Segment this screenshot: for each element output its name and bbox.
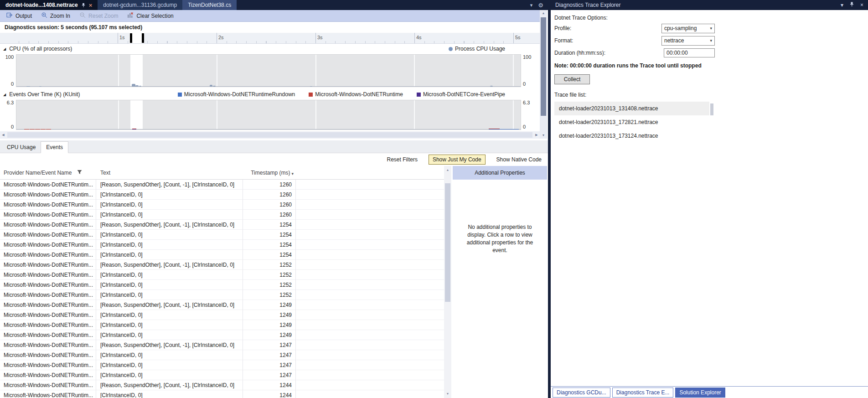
legend-label: Microsoft-Windows-DotNETRuntimeRundown <box>184 91 295 98</box>
table-row[interactable]: Microsoft-Windows-DotNETRuntim...[ClrIns… <box>0 370 444 380</box>
reset-filters-button[interactable]: Reset Filters <box>387 156 418 163</box>
panel-title-text: Diagnostics Trace Explorer <box>555 2 620 8</box>
tab-list-chevron-icon[interactable]: ▾ <box>530 2 533 8</box>
document-tab-0[interactable]: dotnet-loade...1408.nettrace× <box>0 0 98 10</box>
chart-gridline <box>513 100 514 129</box>
scroll-up-icon[interactable]: ▲ <box>444 167 451 173</box>
panel-tab-2[interactable]: Solution Explorer <box>675 388 725 398</box>
scrollbar-thumb[interactable] <box>7 132 532 138</box>
table-row[interactable]: Microsoft-Windows-DotNETRuntim...[Reason… <box>0 220 444 230</box>
event-bar-segment-runtime <box>41 129 46 129</box>
sort-desc-icon: ▾ <box>291 171 294 176</box>
pin-icon[interactable] <box>81 3 86 8</box>
table-row[interactable]: Microsoft-Windows-DotNETRuntim...[Reason… <box>0 300 444 310</box>
collapse-icon[interactable]: ◢ <box>3 47 6 51</box>
pin-icon[interactable] <box>849 2 854 8</box>
table-row[interactable]: Microsoft-Windows-DotNETRuntim...[ClrIns… <box>0 280 444 290</box>
panel-tab-1[interactable]: Diagnostics Trace E... <box>612 388 674 398</box>
clear-selection-button[interactable]: Clear Selection <box>124 11 177 21</box>
cell-timestamp: 1247 <box>243 350 295 360</box>
cell-timestamp: 1252 <box>243 260 295 269</box>
scrollbar-thumb[interactable] <box>541 17 546 116</box>
cpu-usage-spike <box>39 86 42 87</box>
chart-gridline <box>513 55 514 87</box>
trace-file-item[interactable]: dotnet-loader20231013_173124.nettrace <box>554 129 709 143</box>
scroll-right-icon[interactable]: ▶ <box>533 131 540 139</box>
zoom-in-button[interactable]: Zoom In <box>37 11 74 21</box>
duration-note: Note: 00:00:00 duration runs the Trace t… <box>554 62 868 69</box>
scroll-down-icon[interactable]: ▼ <box>444 391 451 397</box>
events-chart-plot[interactable] <box>16 100 521 130</box>
table-row[interactable]: Microsoft-Windows-DotNETRuntim...[ClrIns… <box>0 200 444 210</box>
duration-input[interactable]: 00:00:00 <box>664 48 715 57</box>
close-icon[interactable]: × <box>89 2 93 8</box>
trace-file-item[interactable]: dotnet-loader20231013_131408.nettrace <box>554 102 709 115</box>
table-row[interactable]: Microsoft-Windows-DotNETRuntim...[ClrIns… <box>0 390 444 398</box>
table-row[interactable]: Microsoft-Windows-DotNETRuntim...[Reason… <box>0 180 444 190</box>
event-bar <box>132 129 136 129</box>
trace-file-list-container: dotnet-loader20231013_131408.nettracedot… <box>554 102 868 144</box>
scrollbar-thumb[interactable] <box>710 103 713 115</box>
show-just-my-code-toggle[interactable]: Show Just My Code <box>429 155 486 165</box>
collapse-icon[interactable]: ◢ <box>3 93 6 97</box>
scroll-down-icon[interactable]: ▼ <box>540 132 547 139</box>
document-tab-2[interactable]: TizenDotNet38.cs <box>182 0 237 10</box>
selection-handle-right[interactable] <box>142 33 144 43</box>
table-row[interactable]: Microsoft-Windows-DotNETRuntim...[ClrIns… <box>0 240 444 250</box>
format-dropdown[interactable]: nettrace ▾ <box>661 36 715 46</box>
table-row[interactable]: Microsoft-Windows-DotNETRuntim...[ClrIns… <box>0 320 444 330</box>
cpu-chart-plot[interactable] <box>16 54 521 87</box>
profile-row: Profile: cpu-sampling ▾ <box>554 23 715 33</box>
panel-tab-0[interactable]: Diagnostics GCDu... <box>553 388 610 398</box>
event-bar-segment-runtime <box>24 129 29 129</box>
scroll-up-icon[interactable]: ▲ <box>540 10 547 16</box>
events-y-min-right: 0 <box>523 124 526 129</box>
table-row[interactable]: Microsoft-Windows-DotNETRuntim...[ClrIns… <box>0 270 444 280</box>
reset-zoom-button[interactable]: Reset Zoom <box>76 11 122 21</box>
table-row[interactable]: Microsoft-Windows-DotNETRuntim...[ClrIns… <box>0 230 444 240</box>
output-button[interactable]: Output <box>3 11 36 21</box>
trace-file-item[interactable]: dotnet-loader20231013_172821.nettrace <box>554 115 709 129</box>
close-icon[interactable]: × <box>860 2 863 8</box>
table-row[interactable]: Microsoft-Windows-DotNETRuntim...[ClrIns… <box>0 210 444 220</box>
view-tab-cpu-usage[interactable]: CPU Usage <box>2 142 41 153</box>
timeline-ruler[interactable]: 1s2s3s4s5s <box>0 33 540 44</box>
table-row[interactable]: Microsoft-Windows-DotNETRuntim...[ClrIns… <box>0 190 444 200</box>
table-row[interactable]: Microsoft-Windows-DotNETRuntim...[Reason… <box>0 340 444 350</box>
charts-horizontal-scrollbar[interactable]: ◀ ▶ <box>0 131 540 139</box>
view-tab-events[interactable]: Events <box>41 141 68 153</box>
table-row[interactable]: Microsoft-Windows-DotNETRuntim...[Reason… <box>0 260 444 270</box>
charts-vertical-scrollbar[interactable]: ▲ ▼ <box>540 10 547 139</box>
gear-icon[interactable]: ⚙ <box>538 2 543 9</box>
scrollbar-thumb[interactable] <box>445 183 450 302</box>
scroll-left-icon[interactable]: ◀ <box>0 131 6 139</box>
table-row[interactable]: Microsoft-Windows-DotNETRuntim...[ClrIns… <box>0 360 444 370</box>
ruler-tick-label: 3s <box>317 35 323 40</box>
chevron-down-icon[interactable]: ▾ <box>841 2 843 8</box>
trace-list-scrollbar[interactable] <box>709 102 714 144</box>
table-row[interactable]: Microsoft-Windows-DotNETRuntim...[ClrIns… <box>0 310 444 320</box>
table-row[interactable]: Microsoft-Windows-DotNETRuntim...[ClrIns… <box>0 250 444 260</box>
document-tab-label: dotnet-loade...1408.nettrace <box>5 2 78 8</box>
trace-file-list-label: Trace file list: <box>554 92 868 98</box>
selection-handle-left[interactable] <box>130 33 132 43</box>
cell-text: [ClrInstanceID, 0] <box>96 370 243 380</box>
table-row[interactable]: Microsoft-Windows-DotNETRuntim...[Reason… <box>0 380 444 390</box>
table-row[interactable]: Microsoft-Windows-DotNETRuntim...[ClrIns… <box>0 350 444 360</box>
document-tabs: dotnet-loade...1408.nettrace×dotnet-gcdu… <box>0 0 237 10</box>
profile-dropdown[interactable]: cpu-sampling ▾ <box>661 24 715 33</box>
table-row[interactable]: Microsoft-Windows-DotNETRuntim...[ClrIns… <box>0 290 444 300</box>
document-tab-1[interactable]: dotnet-gcdum...31136.gcdump <box>98 0 182 10</box>
show-native-code-toggle[interactable]: Show Native Code <box>496 156 542 163</box>
events-chart[interactable]: 6.3 0 6.3 0 <box>0 99 540 130</box>
collect-button[interactable]: Collect <box>554 74 590 84</box>
ruler-tick-line <box>118 33 118 43</box>
ruler-tick-label: 1s <box>119 35 125 40</box>
cpu-chart[interactable]: 100 0 100 0 <box>0 54 540 88</box>
column-header-text[interactable]: Text <box>100 166 110 179</box>
column-header-provider[interactable]: Provider Name/Event Name <box>4 166 93 179</box>
column-header-timestamp[interactable]: Timestamp (ms) ▾ <box>243 166 294 179</box>
table-vertical-scrollbar[interactable]: ▲ ▼ <box>444 166 451 398</box>
table-row[interactable]: Microsoft-Windows-DotNETRuntim...[ClrIns… <box>0 330 444 340</box>
filter-funnel-icon[interactable] <box>77 170 82 176</box>
